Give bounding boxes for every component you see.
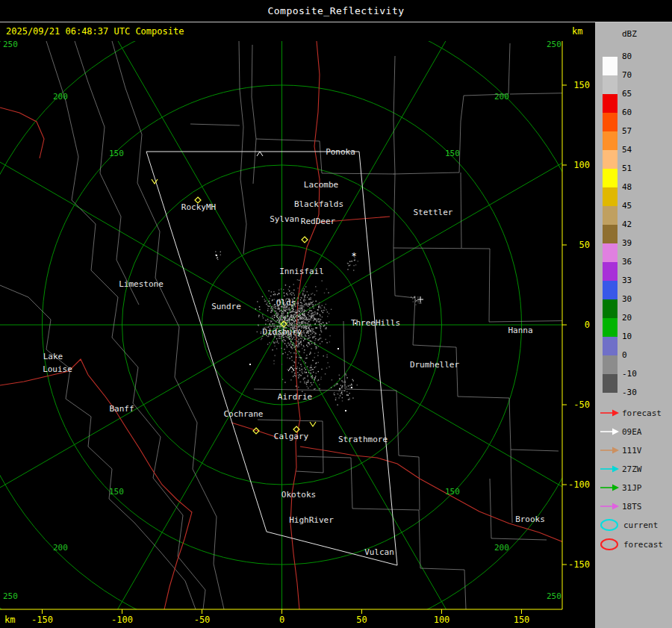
boundary-line [489,249,590,322]
boundary-line [393,56,395,248]
ring-label: 200 [494,543,509,553]
cell-ellipse-icon [600,518,620,532]
track-arrow-icon [600,483,619,492]
bottom-axis-label: 150 [514,615,530,625]
city-label: Louise [43,364,72,374]
city-label: RockyMH [181,202,216,212]
track-arrow-icon [600,446,619,455]
city-label: RedDeer [301,217,336,226]
city-label: Limestone [119,279,164,289]
axis-unit-bottom-left: km [4,615,15,625]
radial-spoke [0,325,281,549]
cell-ellipse-icon [600,538,620,551]
city-label: Vulcan [364,547,394,557]
storm-track-legend-item: 09EA [600,425,642,438]
boundary-line [490,479,547,540]
city-label: Sylvan [270,214,299,224]
city-label: Brooks [515,514,545,524]
city-label: Lake [43,352,63,361]
boundary-line [190,124,240,125]
side-panel: dBZ 807065605754514845423936333020100-10… [595,22,672,628]
city-label: Stettler [414,208,453,217]
city-label: Airdrie [278,392,312,402]
city-label: Blackfalds [294,199,343,209]
bottom-axis-label: -100 [111,615,133,625]
boundary-line [254,389,344,391]
city-label: Innisfail [279,267,324,276]
track-label: 09EA [622,427,642,437]
track-arrow-icon [600,427,619,436]
boundary-line [258,420,323,473]
right-axis-label: 100 [573,160,590,170]
boundary-line [393,248,490,249]
city-label: Hanna [508,326,532,335]
ring-label: 250 [547,591,561,601]
cell-ellipse-legend-item: forecast [600,538,663,551]
right-axis-label: 50 [579,240,590,250]
bottom-axis-label: -50 [194,615,211,625]
radar-display[interactable]: PonokaLacombeBlackfaldsSylvanRedDeerStet… [0,22,595,628]
track-arrow-icon [600,502,619,511]
echo-dot [216,255,217,256]
right-axis-label: 150 [573,80,590,90]
city-label: Drumheller [410,360,460,370]
road-line [0,359,192,609]
road-line [231,423,278,438]
right-axis-label: -50 [573,400,590,410]
city-label: Okotoks [281,490,316,500]
boundary-line [252,45,256,184]
radar-site-diamond-icon [302,237,308,243]
boundary-line [0,285,196,609]
track-label: forecast [622,408,662,418]
radar-application-window: Composite_Reflectivity 2025/09/21 06:48:… [0,0,672,628]
city-label: ThreeHills [351,318,400,328]
asterisk-marker-icon: * [351,251,356,261]
ring-label: 250 [3,40,18,49]
storm-track-legend-item: 111V [600,444,642,457]
track-label: 27ZW [622,464,642,474]
bottom-axis-label: 100 [434,615,450,625]
boundary-line [75,41,139,305]
storm-track-legend-item: 31JP [600,481,642,494]
ring-label: 200 [494,92,509,102]
city-label: Banff [109,404,134,414]
ring-label: 200 [53,543,68,553]
track-arrow-icon [600,408,619,417]
city-label: Calgary [274,432,309,441]
boundary-line [510,93,590,94]
ring-label: 150 [445,487,460,497]
caret-marker-icon [310,422,316,426]
track-arrow-icon [600,464,619,473]
city-label: Cochrane [224,409,264,419]
radial-spoke [58,325,282,628]
ring-label: 250 [547,40,561,49]
city-label: Olds [276,298,296,308]
boundary-line [511,450,512,523]
road-line [0,108,44,158]
cell-ellipse-label: forecast [623,540,663,550]
bottom-axis-label: 0 [279,615,284,625]
boundary-line [419,457,420,510]
bottom-axis-label: 50 [356,615,367,625]
city-label: Ponoka [326,147,355,157]
boundary-line [393,248,559,451]
cell-ellipse-label: current [623,520,658,530]
radial-spoke [282,325,506,628]
city-label: Didsbury [263,327,302,337]
echo-dot [337,348,339,349]
peak-marker-icon [257,152,263,156]
echo-dot [351,387,352,388]
city-label: Sundre [211,302,241,311]
right-axis-label: -100 [568,479,590,490]
echo-dot [249,364,251,365]
storm-track-legend: forecast09EA111V27ZW31JP18TScurrentforec… [595,22,672,628]
ring-label: 150 [109,487,124,497]
right-axis-label: -150 [568,559,590,570]
radar-plot-layer[interactable]: PonokaLacombeBlackfaldsSylvanRedDeerStet… [0,22,595,628]
boundary-line [461,172,461,248]
city-label: Lacombe [304,180,338,190]
window-title: Composite_Reflectivity [267,5,404,16]
ring-label: 150 [445,149,460,158]
bottom-axis-label: -150 [31,615,53,625]
track-label: 31JP [622,483,642,493]
